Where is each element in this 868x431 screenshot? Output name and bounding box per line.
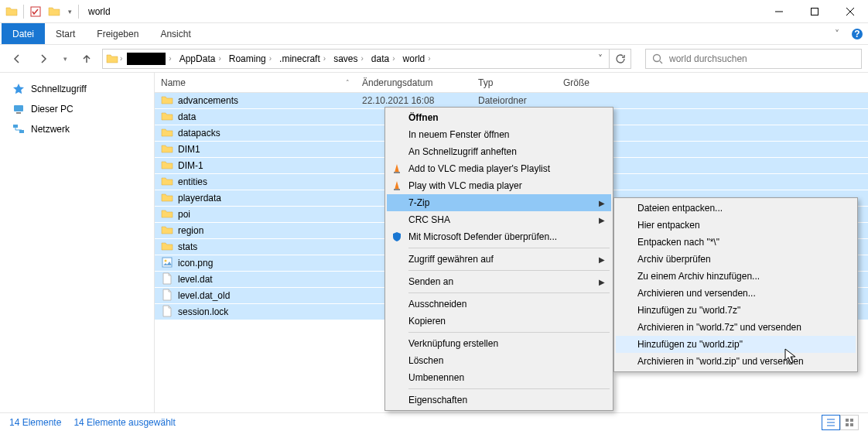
qat-dropdown-icon[interactable]: ▾ [64,3,75,20]
star-icon [12,83,25,95]
ctx-open-new-window[interactable]: In neuem Fenster öffnen [387,126,611,143]
context-submenu-7zip: Dateien entpacken... Hier entpacken Entp… [613,197,858,372]
maximize-button[interactable] [797,0,832,23]
search-box[interactable] [645,49,862,69]
vlc-icon [390,179,404,193]
help-icon[interactable]: ? [846,23,868,44]
ctx-7zip[interactable]: 7-Zip▶ [387,194,611,211]
file-name: entities [178,176,207,187]
svg-rect-20 [846,423,849,426]
ctx-delete[interactable]: Löschen [387,352,611,369]
sidebar-item-network[interactable]: Netzwerk [0,119,154,139]
window-title: world [88,6,111,17]
ctx-vlc-play[interactable]: Play with VLC media player [387,177,611,194]
ctx-shortcut[interactable]: Verknüpfung erstellen [387,335,611,352]
column-date[interactable]: Änderungsdatum [356,77,472,88]
folder-icon [161,94,173,108]
ctx-7z-compress-send[interactable]: Archivieren und versenden... [616,285,856,302]
status-count: 14 Elemente [9,417,61,428]
breadcrumb[interactable]: .minecraft› [276,53,329,64]
file-name: level.dat [178,274,213,285]
ribbon-collapse-icon[interactable]: ˅ [828,23,846,44]
view-details-button[interactable] [822,415,840,430]
folder-icon [161,110,173,125]
file-name: level.dat_old [178,290,230,301]
column-name[interactable]: Name˄ [155,77,356,88]
close-button[interactable] [832,0,868,23]
sidebar-item-quickaccess[interactable]: Schnellzugriff [0,79,154,99]
ctx-7z-send-zip[interactable]: Archivieren in "world.zip" und versenden [616,353,856,370]
ctx-7z-extract[interactable]: Dateien entpacken... [616,200,856,217]
svg-point-14 [165,259,167,262]
ctx-properties[interactable]: Eigenschaften [387,392,611,409]
address-dropdown-icon[interactable]: ˅ [593,53,607,64]
file-type: Dateiordner [472,95,557,106]
file-name: playerdata [178,193,221,204]
ctx-7z-add[interactable]: Zu einem Archiv hinzufügen... [616,268,856,285]
qat-folder-icon[interactable] [46,3,63,20]
titlebar: ▾ world [0,0,868,23]
svg-rect-10 [16,112,21,114]
folder-icon [161,191,173,206]
svg-line-8 [660,61,662,63]
ctx-7z-add-7z[interactable]: Hinzufügen zu "world.7z" [616,302,856,319]
sidebar-item-label: Netzwerk [31,124,70,135]
svg-rect-11 [13,125,18,128]
ctx-rename[interactable]: Umbenennen [387,369,611,386]
ctx-7z-extract-to[interactable]: Entpacken nach "*\" [616,234,856,251]
ctx-sendto[interactable]: Senden an▶ [387,273,611,290]
ctx-access[interactable]: Zugriff gewähren auf▶ [387,251,611,268]
ctx-vlc-add[interactable]: Add to VLC media player's Playlist [387,160,611,177]
ctx-cut[interactable]: Ausschneiden [387,296,611,313]
up-button[interactable] [76,48,97,70]
sidebar-item-label: Schnellzugriff [31,84,87,94]
ctx-defender[interactable]: Mit Microsoft Defender überprüfen... [387,228,611,245]
refresh-button[interactable] [610,49,631,69]
sidebar-item-thispc[interactable]: Dieser PC [0,99,154,119]
svg-rect-9 [14,105,23,111]
ctx-7z-add-zip[interactable]: Hinzufügen zu "world.zip" [616,336,856,353]
ctx-7z-test[interactable]: Archiv überprüfen [616,251,856,268]
file-name: datapacks [178,128,220,139]
search-input[interactable] [669,53,855,64]
file-icon [161,289,173,303]
tab-file[interactable]: Datei [2,23,45,44]
tab-start[interactable]: Start [45,23,86,44]
ctx-7z-here[interactable]: Hier entpacken [616,217,856,234]
ctx-open[interactable]: Öffnen [387,109,611,126]
folder-icon [161,224,173,238]
column-type[interactable]: Typ [472,77,557,88]
chevron-right-icon: ▶ [599,278,605,286]
folder-icon [161,159,173,173]
breadcrumb[interactable]: Roaming› [226,53,275,64]
recent-dropdown[interactable]: ▾ [59,48,71,70]
breadcrumb[interactable]: saves› [330,53,367,64]
svg-rect-19 [850,419,853,422]
view-icons-button[interactable] [840,415,859,430]
file-name: DIM1 [178,144,200,155]
ctx-crc[interactable]: CRC SHA▶ [387,211,611,228]
breadcrumb[interactable]: world› [400,53,434,64]
forward-button[interactable] [32,48,54,70]
qat-properties-icon[interactable] [27,3,44,20]
status-selected: 14 Elemente ausgewählt [73,417,175,428]
ctx-pin-quickaccess[interactable]: An Schnellzugriff anheften [387,143,611,160]
svg-text:?: ? [854,29,859,39]
breadcrumb[interactable]: AppData› [176,53,224,64]
tab-view[interactable]: Ansicht [149,23,201,44]
ctx-copy[interactable]: Kopieren [387,313,611,330]
pc-icon [12,103,25,115]
sidebar-item-label: Dieser PC [31,104,73,115]
ctx-7z-send-7z[interactable]: Archivieren in "world.7z" und versenden [616,319,856,336]
search-icon [652,53,663,64]
folder-icon [161,126,173,141]
tab-share[interactable]: Freigeben [86,23,149,44]
minimize-button[interactable] [761,0,797,23]
column-size[interactable]: Größe [557,77,868,88]
address-bar[interactable]: › › AppData› Roaming› .minecraft› saves›… [102,49,610,69]
breadcrumb: › [124,53,174,65]
ribbon-tabs: Datei Start Freigeben Ansicht ˅ ? [0,23,868,45]
svg-rect-23 [394,189,400,190]
back-button[interactable] [6,48,28,70]
breadcrumb[interactable]: data› [368,53,398,64]
